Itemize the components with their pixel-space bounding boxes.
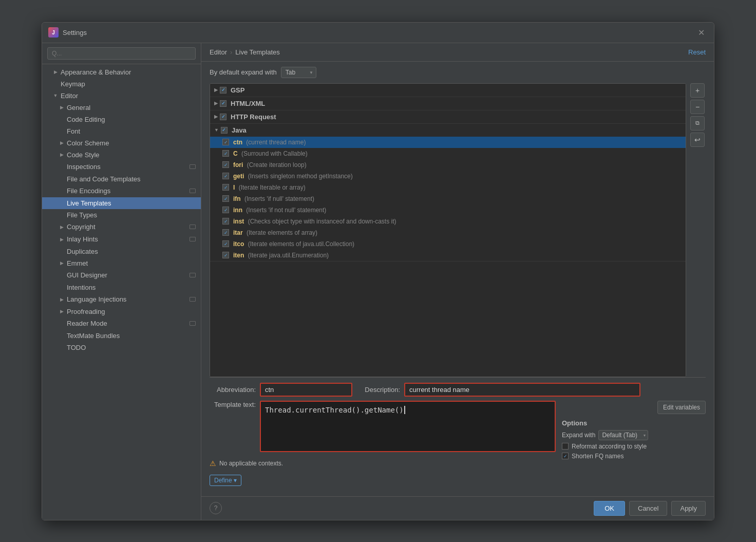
- define-button[interactable]: Define ▾: [210, 475, 241, 486]
- sidebar-item-label: File Types: [67, 211, 97, 219]
- tpl-item-itar[interactable]: itar (Iterate elements of array): [210, 227, 686, 238]
- description-input[interactable]: [404, 383, 640, 397]
- breadcrumb-parent: Editor: [210, 48, 227, 56]
- sidebar-item-inlay-hints[interactable]: ▶ Inlay Hints: [42, 233, 201, 246]
- sidebar-item-file-code-templates[interactable]: File and Code Templates: [42, 173, 201, 185]
- tpl-item-fori[interactable]: fori (Create iteration loop): [210, 159, 686, 171]
- define-arrow: ▾: [234, 477, 237, 484]
- item-checkbox-inn[interactable]: [222, 207, 229, 213]
- options-expand-select[interactable]: Default (Tab) Tab Enter Space: [598, 430, 648, 440]
- edit-variables-button[interactable]: Edit variables: [657, 401, 706, 414]
- tpl-item-ctn[interactable]: ctn (current thread name): [210, 137, 686, 148]
- sidebar-item-color-scheme[interactable]: ▶ Color Scheme: [42, 137, 201, 149]
- title-bar: J Settings ✕: [42, 23, 714, 43]
- templates-area: ▶ GSP ▶ HTML/XML: [210, 83, 706, 377]
- collapse-arrow: ▶: [59, 260, 65, 266]
- define-label: Define: [214, 477, 232, 484]
- sidebar-item-language-injections[interactable]: ▶ Language Injections: [42, 293, 201, 306]
- tpl-item-i[interactable]: I (Iterate Iterable or array): [210, 182, 686, 193]
- tpl-item-inn[interactable]: inn (Inserts 'if not null' statement): [210, 204, 686, 216]
- expand-row: By default expand with Tab Enter Space: [210, 67, 706, 78]
- sidebar-item-label: Intentions: [67, 284, 96, 291]
- apply-button[interactable]: Apply: [671, 501, 706, 516]
- group-checkbox-gsp[interactable]: [220, 87, 226, 94]
- badge-icon: [188, 271, 197, 279]
- sidebar-item-duplicates[interactable]: Duplicates: [42, 246, 201, 257]
- sidebar-item-label: File Encodings: [67, 187, 110, 195]
- sidebar-item-reader-mode[interactable]: Reader Mode: [42, 317, 201, 330]
- sidebar-item-emmet[interactable]: ▶ Emmet: [42, 257, 201, 269]
- tpl-name-geti: geti: [233, 173, 244, 180]
- no-context-text: No applicable contexts.: [219, 460, 283, 467]
- sidebar-item-code-editing[interactable]: Code Editing: [42, 114, 201, 125]
- sidebar-item-inspections[interactable]: Inspections: [42, 161, 201, 173]
- tpl-group-header-html-xml[interactable]: ▶ HTML/XML: [210, 97, 686, 110]
- item-checkbox-ifn[interactable]: [222, 195, 229, 202]
- sidebar-item-copyright[interactable]: ▶ Copyright: [42, 221, 201, 233]
- close-button[interactable]: ✕: [695, 27, 708, 39]
- collapse-arrow: ▶: [59, 236, 65, 242]
- tpl-group-header-java[interactable]: ▼ Java: [210, 124, 686, 137]
- collapse-arrow: ▶: [59, 140, 65, 146]
- item-checkbox-iten[interactable]: [222, 252, 229, 258]
- template-text-editor[interactable]: Thread.currentThread().getName(): [260, 401, 556, 452]
- tpl-group-header-gsp[interactable]: ▶ GSP: [210, 84, 686, 97]
- sidebar-item-file-types[interactable]: File Types: [42, 209, 201, 221]
- item-checkbox-i[interactable]: [222, 184, 229, 191]
- sidebar-item-appearance[interactable]: ▶ Appearance & Behavior: [42, 66, 201, 78]
- reformat-checkbox[interactable]: [562, 443, 569, 450]
- tpl-desc-itar: (Iterate elements of array): [245, 229, 317, 236]
- title-bar-left: J Settings: [48, 27, 87, 38]
- tpl-name-itco: itco: [233, 240, 244, 248]
- help-button[interactable]: ?: [210, 502, 222, 514]
- item-checkbox-ctn[interactable]: [222, 139, 229, 145]
- tpl-group-header-http-request[interactable]: ▶ HTTP Request: [210, 110, 686, 123]
- search-input[interactable]: [47, 47, 196, 60]
- sidebar-item-code-style[interactable]: ▶ Code Style: [42, 149, 201, 161]
- add-button[interactable]: +: [690, 83, 705, 98]
- sidebar-item-label: File and Code Templates: [67, 175, 141, 183]
- group-checkbox-html-xml[interactable]: [220, 100, 226, 107]
- tpl-desc-inst: (Checks object type with instanceof and …: [246, 218, 396, 225]
- sidebar-item-label: Duplicates: [67, 248, 98, 255]
- undo-button[interactable]: ↩: [690, 133, 705, 147]
- collapse-arrow: ▶: [59, 296, 65, 303]
- sidebar-item-general[interactable]: ▶ General: [42, 102, 201, 114]
- sidebar-item-textmate-bundles[interactable]: TextMate Bundles: [42, 330, 201, 342]
- item-checkbox-fori[interactable]: [222, 161, 229, 168]
- sidebar-item-editor[interactable]: ▼ Editor: [42, 90, 201, 102]
- sidebar-item-keymap[interactable]: Keymap: [42, 78, 201, 90]
- item-checkbox-itco[interactable]: [222, 240, 229, 247]
- item-checkbox-geti[interactable]: [222, 173, 229, 179]
- spacer: [59, 116, 65, 122]
- tpl-item-iten[interactable]: iten (Iterate java.util.Enumeration): [210, 250, 686, 261]
- item-checkbox-inst[interactable]: [222, 218, 229, 225]
- tpl-item-inst[interactable]: inst (Checks object type with instanceof…: [210, 216, 686, 227]
- sidebar-item-live-templates[interactable]: Live Templates: [42, 197, 201, 209]
- shorten-checkbox[interactable]: [562, 453, 569, 459]
- sidebar-item-todo[interactable]: TODO: [42, 342, 201, 353]
- tpl-item-ifn[interactable]: ifn (Inserts 'if null' statement): [210, 193, 686, 204]
- abbreviation-input[interactable]: [260, 383, 352, 397]
- reset-button[interactable]: Reset: [688, 48, 706, 56]
- ok-button[interactable]: OK: [594, 501, 625, 516]
- group-checkbox-http-request[interactable]: [220, 114, 226, 120]
- abbreviation-label: Abbreviation:: [210, 386, 256, 394]
- spacer: [59, 164, 65, 170]
- search-box: [42, 43, 201, 64]
- sidebar-item-proofreading[interactable]: ▶ Proofreading: [42, 306, 201, 317]
- sidebar-item-file-encodings[interactable]: File Encodings: [42, 185, 201, 197]
- item-checkbox-itar[interactable]: [222, 229, 229, 236]
- sidebar-item-font[interactable]: Font: [42, 125, 201, 137]
- item-checkbox-c[interactable]: [222, 150, 229, 157]
- cancel-button[interactable]: Cancel: [629, 501, 667, 516]
- copy-button[interactable]: ⧉: [690, 116, 705, 130]
- sidebar-item-gui-designer[interactable]: GUI Designer: [42, 269, 201, 282]
- tpl-item-c[interactable]: C (Surround with Callable): [210, 148, 686, 159]
- tpl-item-geti[interactable]: geti (Inserts singleton method getInstan…: [210, 171, 686, 182]
- expand-with-select[interactable]: Tab Enter Space: [281, 67, 316, 78]
- sidebar-item-intentions[interactable]: Intentions: [42, 282, 201, 293]
- tpl-item-itco[interactable]: itco (Iterate elements of java.util.Coll…: [210, 238, 686, 250]
- group-checkbox-java[interactable]: [221, 127, 228, 134]
- remove-button[interactable]: −: [690, 100, 705, 114]
